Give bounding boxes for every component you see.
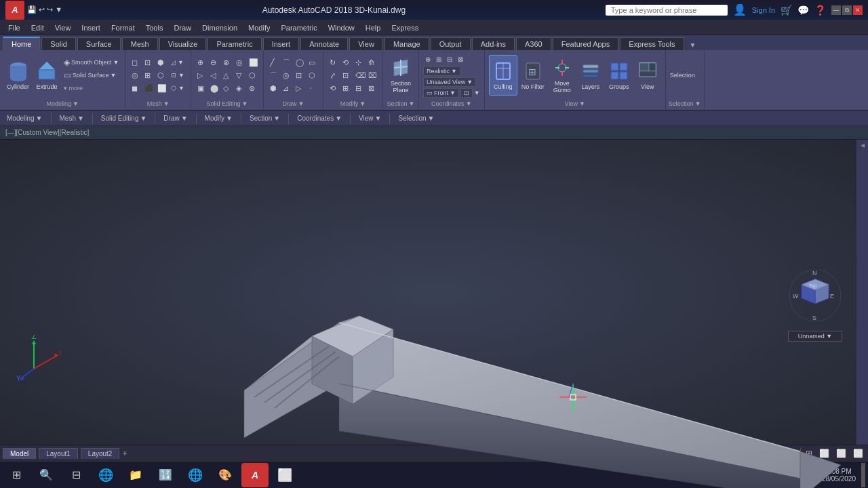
mesh-btn-8[interactable]: ⬛	[142, 82, 155, 94]
draw-btn-5[interactable]: ⌒	[268, 69, 280, 81]
se-btn-15[interactable]: ⊛	[247, 82, 259, 94]
panel-modify[interactable]: Modify ▼	[199, 113, 238, 123]
view-expand[interactable]: ▼	[579, 100, 585, 107]
se-btn-1[interactable]: ⊕	[195, 56, 208, 68]
mesh-btn-9[interactable]: ⬜	[155, 82, 167, 94]
solid-surface-button[interactable]: ▭ Solid Surface ▼	[62, 69, 121, 81]
tab-solid[interactable]: Solid	[41, 37, 75, 50]
modify-expand[interactable]: ▼	[359, 100, 366, 107]
mod-btn-12[interactable]: ⊠	[366, 82, 378, 94]
mesh-expand[interactable]: ▼	[163, 100, 170, 107]
menu-format[interactable]: Format	[106, 22, 140, 33]
more-button[interactable]: ▾ more	[62, 82, 121, 94]
mod-btn-3[interactable]: ⊹	[353, 56, 366, 68]
smooth-object-button[interactable]: ◈ Smooth Object ▼	[62, 56, 121, 68]
mod-btn-1[interactable]: ↻	[328, 56, 340, 68]
menu-window[interactable]: Window	[323, 22, 360, 33]
menu-dimension[interactable]: Dimension	[197, 22, 243, 33]
draw-expand[interactable]: ▼	[298, 100, 304, 107]
tab-a360[interactable]: A360	[516, 37, 551, 50]
unsaved-view-dropdown[interactable]: Unsaved View ▼	[423, 77, 476, 87]
keyword-search[interactable]	[606, 5, 728, 16]
draw-btn-6[interactable]: ◎	[281, 69, 293, 81]
view-button[interactable]: View	[634, 55, 661, 96]
draw-btn-4[interactable]: ▭	[307, 56, 319, 68]
draw-btn-11[interactable]: ▷	[294, 82, 306, 94]
comm-icon[interactable]: 💬	[797, 5, 809, 16]
menu-help[interactable]: Help	[360, 22, 387, 33]
se-btn-6[interactable]: ▷	[195, 69, 208, 81]
start-button[interactable]: ⊞	[3, 463, 30, 487]
se-btn-8[interactable]: △	[221, 69, 233, 81]
section-label[interactable]: Section ▼	[386, 99, 416, 108]
panel-section[interactable]: Section ▼	[244, 113, 285, 123]
sign-in-link[interactable]: Sign In	[752, 6, 775, 14]
draw-btn-8[interactable]: ⬡	[307, 69, 319, 81]
mesh-btn-5[interactable]: ⊞	[142, 69, 155, 81]
task-view-button[interactable]: ⊟	[62, 463, 90, 487]
solid-surface-dropdown[interactable]: ▼	[111, 72, 117, 79]
front-view-dropdown[interactable]: ▭ Front ▼	[423, 88, 459, 98]
mod-btn-6[interactable]: ⊡	[340, 69, 353, 81]
draw-btn-2[interactable]: ⌒	[281, 56, 293, 68]
tab-output[interactable]: Output	[431, 37, 471, 50]
draw-label[interactable]: Draw ▼	[267, 99, 320, 108]
ribbon-options[interactable]: ▼	[686, 40, 701, 50]
mesh-btn-7[interactable]: ◼	[130, 82, 142, 94]
file-explorer-button[interactable]: 📁	[122, 463, 149, 487]
viewcube-badge[interactable]: Unnamed ▼	[788, 331, 842, 342]
modeling-expand[interactable]: ▼	[73, 100, 79, 107]
mod-btn-8[interactable]: ⌧	[366, 69, 378, 81]
se-btn-5[interactable]: ⬜	[247, 56, 259, 68]
viewcube[interactable]: N S E W Top Unnamed ▼	[788, 262, 842, 342]
mod-btn-2[interactable]: ⟲	[340, 56, 353, 68]
coord-btn-1[interactable]: ⊕	[423, 53, 433, 65]
tab-annotate[interactable]: Annotate	[300, 37, 348, 50]
se-btn-3[interactable]: ⊗	[221, 56, 233, 68]
se-btn-12[interactable]: ⬤	[208, 82, 220, 94]
customize-icon[interactable]: ⬜	[851, 449, 865, 458]
draw-btn-3[interactable]: ◯	[294, 56, 306, 68]
mod-btn-11[interactable]: ⊟	[353, 82, 366, 94]
mesh-btn-1[interactable]: ◻	[130, 56, 142, 68]
minimize-button[interactable]: —	[831, 5, 841, 15]
help-icon[interactable]: ❓	[814, 5, 826, 16]
tab-addins[interactable]: Add-ins	[472, 37, 515, 50]
menu-tools[interactable]: Tools	[140, 22, 169, 33]
se-btn-2[interactable]: ⊖	[208, 56, 220, 68]
se-btn-10[interactable]: ⬡	[247, 69, 259, 81]
selection-label[interactable]: Selection ▼	[669, 99, 701, 108]
panel-selection[interactable]: Selection ▼	[393, 113, 439, 123]
menu-file[interactable]: File	[3, 22, 26, 33]
mod-btn-5[interactable]: ⤤	[328, 69, 340, 81]
coord-btn-3[interactable]: ⊟	[445, 53, 454, 65]
undo-icon[interactable]: ↩	[39, 5, 45, 14]
panel-draw[interactable]: Draw ▼	[158, 113, 193, 123]
solid-editing-label[interactable]: Solid Editing ▼	[194, 99, 260, 108]
tab-layout2[interactable]: Layout2	[81, 448, 120, 459]
mesh-btn-3[interactable]: ⬢	[155, 56, 167, 68]
selection-expand[interactable]: ▼	[695, 100, 701, 107]
mod-btn-10[interactable]: ⊞	[340, 82, 353, 94]
se-btn-7[interactable]: ◁	[208, 69, 220, 81]
modeling-label[interactable]: Modeling ▼	[3, 99, 122, 108]
modify-label[interactable]: Modify ▼	[326, 99, 380, 108]
panel-modeling[interactable]: Modeling ▼	[1, 113, 48, 123]
panel-solid-editing[interactable]: Solid Editing ▼	[96, 113, 153, 123]
quick-access-more[interactable]: ▼	[55, 5, 62, 14]
mesh-r3[interactable]: ⬡ ▼	[169, 82, 186, 94]
user-icon[interactable]: 👤	[733, 3, 747, 16]
mesh-btn-6[interactable]: ⬡	[155, 69, 167, 81]
front-view-arrow[interactable]: ▼	[450, 89, 456, 96]
draw-btn-1[interactable]: ╱	[268, 56, 280, 68]
save-icon[interactable]: 💾	[27, 5, 37, 14]
search-button[interactable]: 🔍	[33, 463, 60, 487]
viewcube-arrow[interactable]: ▼	[826, 333, 832, 340]
mod-btn-7[interactable]: ⌫	[353, 69, 366, 81]
show-desktop-btn[interactable]	[861, 463, 865, 487]
solid-editing-expand[interactable]: ▼	[241, 100, 248, 107]
draw-btn-10[interactable]: ⊿	[281, 82, 293, 94]
view-extra[interactable]: ⊡	[460, 88, 473, 98]
mod-btn-4[interactable]: ⟰	[366, 56, 378, 68]
se-btn-13[interactable]: ◇	[221, 82, 233, 94]
